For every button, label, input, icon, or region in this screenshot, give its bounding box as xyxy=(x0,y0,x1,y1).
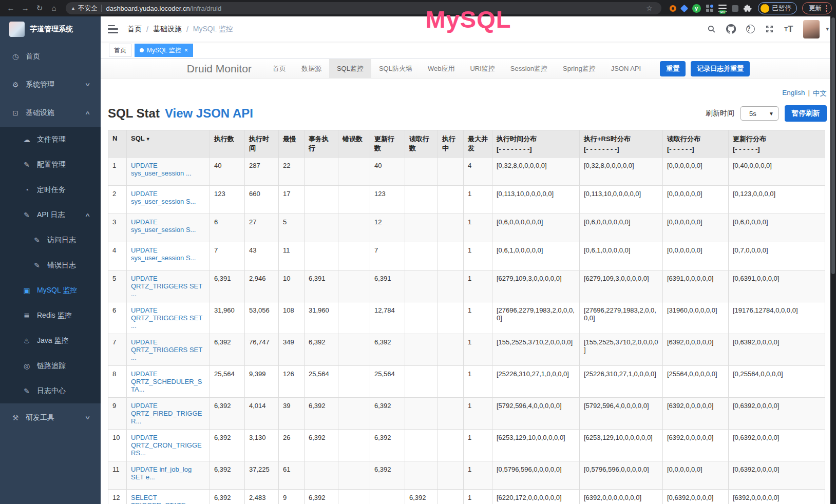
data-cell: [6392,0,0,0,0,0,0,0] xyxy=(580,490,663,504)
font-size-icon[interactable]: TT xyxy=(784,24,793,34)
column-header[interactable]: 读取行分布[- - - - - -] xyxy=(663,130,729,158)
sql-link[interactable]: UPDATE QRTZ_TRIGGERS SET ... xyxy=(131,338,202,361)
fullscreen-icon[interactable] xyxy=(765,25,774,33)
sidebar-item-java-monitor[interactable]: ♨Java 监控 xyxy=(0,328,101,353)
extension-gem-icon[interactable] xyxy=(680,4,688,12)
druid-tab[interactable]: SQL防火墙 xyxy=(371,59,420,79)
sql-link[interactable]: UPDATE QRTZ_TRIGGERS SET ... xyxy=(131,275,202,298)
pause-refresh-button[interactable]: 暂停刷新 xyxy=(785,105,827,122)
druid-tab[interactable]: Session监控 xyxy=(503,59,555,79)
column-header[interactable]: 更新行分布[- - - - - -] xyxy=(729,130,825,158)
refresh-interval-select[interactable]: 5s ▼ xyxy=(740,106,778,121)
app-logo-row[interactable]: 芋道管理系统 xyxy=(0,16,101,42)
avatar-caret-icon[interactable]: ▾ xyxy=(826,26,829,32)
column-header[interactable]: 读取行数 xyxy=(405,130,438,158)
druid-tab[interactable]: Web应用 xyxy=(420,59,463,79)
view-json-api-link[interactable]: View JSON API xyxy=(165,106,253,121)
url-path[interactable]: /infra/druid xyxy=(190,5,221,12)
column-header[interactable]: N xyxy=(108,130,127,158)
extension-list-icon[interactable]: on xyxy=(718,5,727,12)
sql-link[interactable]: UPDATE QRTZ_SCHEDULER_STA... xyxy=(131,370,202,393)
data-cell xyxy=(438,461,464,490)
hamburger-icon[interactable] xyxy=(108,25,118,33)
sidebar-item-scheduled-job[interactable]: ◔定时任务 xyxy=(0,177,101,202)
browser-back-icon[interactable]: ← xyxy=(4,2,17,15)
browser-home-icon[interactable]: ⌂ xyxy=(47,2,61,15)
column-header[interactable]: 执行数 xyxy=(210,130,245,158)
sql-link[interactable]: UPDATE sys_user_session S... xyxy=(131,218,196,234)
tag-active[interactable]: MySQL 监控× xyxy=(135,44,193,57)
sidebar-item-access-log[interactable]: ✎访问日志 xyxy=(0,227,101,253)
lang-chinese-link[interactable]: 中文 xyxy=(813,89,827,98)
sidebar-item-gear[interactable]: ⚙系统管理∨ xyxy=(0,70,101,99)
address-bar[interactable]: ▲ 不安全 dashboard.yudao.iocoder.cn /infra/… xyxy=(66,2,661,14)
sidebar-item-api-log[interactable]: ✎API 日志∧ xyxy=(0,202,101,227)
close-icon[interactable]: × xyxy=(184,47,188,54)
sidebar-item-log-center[interactable]: ✎日志中心 xyxy=(0,378,101,403)
profile-paused-chip[interactable]: 已暂停 xyxy=(758,2,797,14)
column-header[interactable]: 更新行数 xyxy=(370,130,405,158)
user-avatar[interactable] xyxy=(803,20,820,38)
sidebar-item-devtools[interactable]: ⚒研发工具∨ xyxy=(0,403,101,432)
sidebar-item-redis-monitor[interactable]: ≣Redis 监控 xyxy=(0,303,101,328)
search-icon[interactable] xyxy=(707,25,716,33)
extension-donut-icon[interactable] xyxy=(670,5,676,12)
browser-update-button[interactable]: 更新 xyxy=(802,2,832,14)
druid-tab[interactable]: SQL监控 xyxy=(329,59,371,79)
column-header[interactable]: 事务执行 xyxy=(305,130,338,158)
druid-button[interactable]: 重置 xyxy=(660,61,686,76)
bookmark-star-icon[interactable]: ☆ xyxy=(643,2,656,15)
sidebar-item-error-log[interactable]: ✎错误日志 xyxy=(0,253,101,278)
column-header[interactable]: 最慢 xyxy=(279,130,305,158)
sidebar-item-dashboard[interactable]: ◷首页 xyxy=(0,42,101,70)
sidebar-item-file-manage[interactable]: ☁文件管理 xyxy=(0,127,101,152)
column-header[interactable]: SQL▼ xyxy=(127,130,210,158)
column-header[interactable]: 执行中 xyxy=(438,130,464,158)
sidebar-item-infrastructure[interactable]: ⊡基础设施∧ xyxy=(0,99,101,127)
help-icon[interactable]: ? xyxy=(746,25,755,33)
sql-link[interactable]: UPDATE sys_user_session ... xyxy=(131,162,192,177)
druid-tab[interactable]: URI监控 xyxy=(462,59,502,79)
scrollbar-thumb[interactable] xyxy=(831,17,835,274)
druid-navbar: Druid Monitor 首页数据源SQL监控SQL防火墙Web应用URI监控… xyxy=(101,59,836,79)
extension-green-icon[interactable]: y xyxy=(692,4,701,13)
sql-link[interactable]: UPDATE QRTZ_TRIGGERS SET ... xyxy=(131,306,202,329)
druid-button[interactable]: 记录日志并重置 xyxy=(691,61,750,76)
extension-misc-icon[interactable] xyxy=(732,5,738,12)
column-header[interactable]: 执行+RS时分布[- - - - - - - -] xyxy=(580,130,663,158)
data-cell: 10 xyxy=(108,430,127,461)
druid-tab[interactable]: Spring监控 xyxy=(555,59,603,79)
column-header-label: 执行数 xyxy=(214,134,240,144)
not-secure-label[interactable]: 不安全 xyxy=(78,4,98,13)
sql-link[interactable]: UPDATE sys_user_session S... xyxy=(131,190,196,205)
sql-link[interactable]: SELECT TRIGGER_STATE xyxy=(131,494,185,504)
breadcrumb-item[interactable]: 基础设施 xyxy=(153,25,182,34)
tag-item[interactable]: 首页 xyxy=(109,44,131,57)
druid-tab[interactable]: JSON API xyxy=(603,59,649,79)
sidebar-item-trace[interactable]: ◎链路追踪 xyxy=(0,353,101,378)
druid-tab[interactable]: 数据源 xyxy=(294,59,329,79)
sql-link[interactable]: UPDATE inf_job_log SET e... xyxy=(131,466,192,481)
page-scrollbar[interactable] xyxy=(830,16,836,504)
sidebar-item-config-manage[interactable]: ✎配置管理 xyxy=(0,152,101,177)
column-header[interactable]: 执行时间分布[- - - - - - - -] xyxy=(492,130,580,158)
sql-link[interactable]: UPDATE sys_user_session S... xyxy=(131,246,196,262)
column-header[interactable]: 错误数 xyxy=(338,130,370,158)
extension-squares-icon[interactable] xyxy=(706,5,713,12)
lang-english-link[interactable]: English xyxy=(782,89,805,98)
data-cell: [0,7,0,0,0,0] xyxy=(729,242,825,270)
extensions-puzzle-icon[interactable] xyxy=(744,4,752,12)
browser-forward-icon[interactable]: → xyxy=(18,2,32,15)
column-header[interactable]: 执行时间 xyxy=(245,130,279,158)
sql-link[interactable]: UPDATE QRTZ_FIRED_TRIGGER... xyxy=(131,402,202,425)
druid-tab[interactable]: 首页 xyxy=(265,59,294,79)
github-icon[interactable] xyxy=(726,24,736,34)
browser-reload-icon[interactable]: ↻ xyxy=(33,2,46,15)
sql-link[interactable]: UPDATE QRTZ_CRON_TRIGGERS... xyxy=(131,434,202,457)
sidebar-item-mysql-monitor[interactable]: ▣MySQL 监控 xyxy=(0,278,101,303)
browser-menu-icon[interactable] xyxy=(826,5,827,12)
column-header[interactable]: 最大并发 xyxy=(464,130,492,158)
breadcrumb-item[interactable]: 首页 xyxy=(127,25,142,34)
url-host[interactable]: dashboard.yudao.iocoder.cn xyxy=(106,5,189,12)
data-cell: [25564,0,0,0,0,0] xyxy=(663,366,729,398)
